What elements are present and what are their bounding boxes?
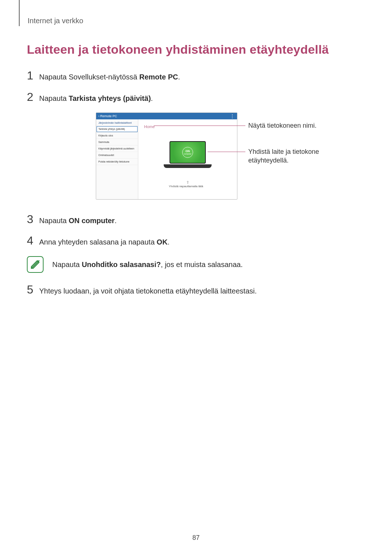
step-text-bold: OK: [157, 238, 168, 246]
note-pre: Napauta: [52, 260, 82, 268]
note-bold: Unohditko salasanasi?: [82, 260, 161, 268]
note-text: Napauta Unohditko salasanasi?, jos et mu…: [52, 260, 243, 269]
step-text: Napauta ON computer.: [39, 216, 117, 226]
remote-pc-figure: Remote PC ⋮ Järjestelmän hallintalaittee…: [96, 112, 392, 203]
step-1: 1 Napauta Sovellukset-näytössä Remote PC…: [27, 70, 367, 82]
callout-line-connect: [208, 152, 245, 152]
step-text-pre: Napauta Sovellukset-näytössä: [39, 73, 139, 81]
sidebar-item-shutdown[interactable]: Sammuta: [96, 139, 138, 145]
tablet-body: Järjestelmän hallintalaitteet Tarkista y…: [96, 119, 237, 199]
step-text-bold: ON computer: [69, 217, 115, 225]
arrow-up-icon: ⇧: [186, 180, 189, 184]
step-text: Anna yhteyden salasana ja napauta OK.: [39, 237, 170, 247]
step-text-pre: Anna yhteyden salasana ja napauta: [39, 238, 157, 246]
step-3: 3 Napauta ON computer.: [27, 213, 367, 226]
step-text-post: .: [151, 94, 153, 102]
app-titlebar: Remote PC ⋮: [96, 113, 237, 119]
sidebar-item-check-connection[interactable]: Tarkista yhteys (päivitä): [96, 126, 138, 132]
sidebar-item-properties[interactable]: Ominaisuudet: [96, 152, 138, 159]
sidebar: Järjestelmän hallintalaitteet Tarkista y…: [96, 119, 138, 199]
overflow-menu-icon[interactable]: ⋮: [230, 113, 235, 119]
sidebar-header: Järjestelmän hallintalaitteet: [96, 119, 138, 126]
step-number: 3: [27, 213, 39, 225]
breadcrumb: Internet ja verkko: [28, 17, 367, 25]
header-side-rule: [19, 0, 20, 26]
step-text-bold: Tarkista yhteys (päivitä): [69, 94, 151, 102]
on-computer-button[interactable]: ON computer: [182, 147, 193, 158]
step-text-post: .: [168, 238, 170, 246]
step-text-pre: Napauta: [39, 94, 69, 102]
tap-to-connect-label: Yhdistä napauttamalla tätä: [169, 185, 203, 188]
main-panel: Home ON computer ⇧ Yhdistä napauttamalla…: [138, 119, 237, 199]
step-text-post: .: [115, 217, 117, 225]
step-text-post: .: [178, 73, 180, 81]
step-text-pre: Napauta: [39, 217, 69, 225]
pencil-note-icon: [30, 259, 40, 270]
laptop-base: [164, 164, 212, 168]
callout-show-name: Näytä tietokoneen nimi.: [248, 121, 328, 130]
on-subtext: computer: [184, 153, 192, 155]
callout-connect: Yhdistä laite ja tietokone etäyhteydellä…: [248, 147, 328, 165]
on-text: ON: [185, 150, 190, 153]
step-text: Yhteys luodaan, ja voit ohjata tietokone…: [39, 286, 257, 296]
computer-name-label: Home: [144, 124, 155, 129]
step-text-bold: Remote PC: [139, 73, 178, 81]
note-row: Napauta Unohditko salasanasi?, jos et mu…: [27, 256, 367, 273]
page-title: Laitteen ja tietokoneen yhdistäminen etä…: [27, 42, 367, 57]
step-5: 5 Yhteys luodaan, ja voit ohjata tietoko…: [27, 284, 367, 296]
step-number: 4: [27, 235, 39, 246]
step-4: 4 Anna yhteyden salasana ja napauta OK.: [27, 235, 367, 247]
laptop-graphic[interactable]: ON computer: [164, 141, 212, 172]
note-icon: [27, 256, 44, 273]
back-button[interactable]: Remote PC: [98, 113, 117, 119]
sidebar-item-restart[interactable]: Käynnistä järjestelmä uudelleen: [96, 145, 138, 152]
callout-line-name: [154, 126, 245, 126]
step-number: 2: [27, 91, 39, 103]
step-number: 5: [27, 284, 39, 295]
laptop-screen: ON computer: [170, 141, 206, 164]
sidebar-item-remove-pc[interactable]: Poista rekisteröity tietokone: [96, 159, 138, 165]
step-2: 2 Napauta Tarkista yhteys (päivitä).: [27, 91, 367, 104]
step-number: 1: [27, 70, 39, 81]
sidebar-item-logout[interactable]: Kirjaudu ulos: [96, 132, 138, 139]
step-text: Napauta Tarkista yhteys (päivitä).: [39, 93, 153, 104]
note-post: , jos et muista salasanaa.: [161, 260, 243, 268]
page-number: 87: [0, 534, 392, 542]
step-text: Napauta Sovellukset-näytössä Remote PC.: [39, 72, 180, 82]
